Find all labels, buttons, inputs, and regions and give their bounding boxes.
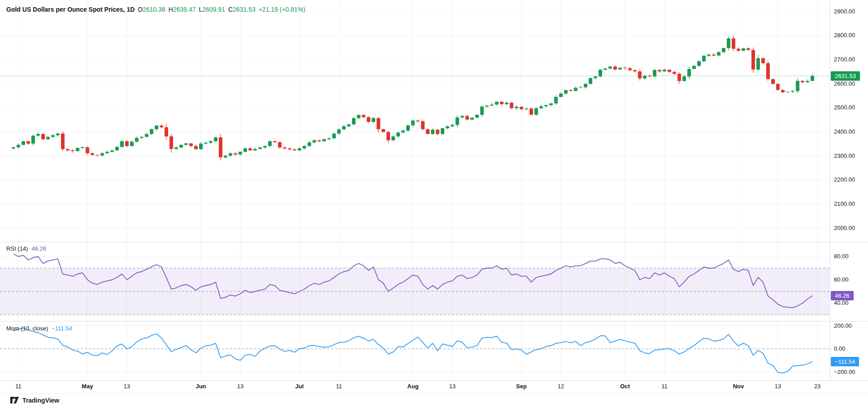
candle-body: [643, 76, 647, 78]
candle-body: [761, 58, 765, 63]
candle-body: [712, 55, 716, 56]
candle-body: [140, 137, 143, 138]
candle-body: [707, 55, 711, 56]
candle-body: [36, 134, 40, 136]
mom-legend[interactable]: Mom (10, close) −111.54: [6, 325, 72, 332]
candle-body: [312, 140, 316, 143]
candle-body: [229, 153, 232, 156]
candle-body: [470, 117, 474, 119]
candle-body: [781, 90, 785, 92]
candle-body: [71, 150, 74, 151]
candle-body: [165, 127, 168, 136]
candle-body: [239, 152, 242, 155]
candle-body: [214, 137, 217, 141]
candle-body: [322, 139, 326, 141]
candle-body: [150, 129, 153, 134]
candle-body: [426, 129, 430, 134]
candle-body: [155, 126, 158, 129]
candle-body: [382, 129, 385, 132]
candle-body: [41, 134, 45, 139]
candle-body: [347, 124, 351, 126]
candle-body: [219, 137, 222, 157]
symbol-title: Gold US Dollars per Ounce Spot Prices, 1…: [6, 6, 135, 13]
candle-body: [199, 143, 203, 149]
rsi-legend[interactable]: RSI (14) 46.26: [6, 245, 46, 252]
candle-body: [633, 70, 637, 72]
candle-body: [677, 74, 681, 81]
candle-body: [298, 148, 301, 150]
candle-body: [406, 126, 410, 131]
candle-body: [362, 115, 365, 117]
candle-body: [692, 66, 696, 69]
candle-body: [396, 133, 400, 137]
candle-body: [480, 107, 484, 115]
candle-body: [12, 147, 15, 148]
candle-body: [613, 67, 617, 69]
candle-body: [722, 48, 725, 52]
candle-body: [460, 116, 464, 117]
candle-body: [751, 50, 755, 69]
price-axis[interactable]: [830, 0, 868, 380]
candle-body: [658, 70, 661, 71]
candle-body: [746, 48, 750, 50]
candle-body: [120, 141, 124, 147]
candle-body: [160, 126, 163, 127]
tradingview-logo[interactable]: TradingView: [10, 396, 59, 404]
ohlc-low: L2609.91: [199, 6, 225, 13]
candle-body: [505, 103, 508, 104]
candle-body: [303, 146, 306, 148]
candle-body: [26, 141, 30, 143]
ohlc-open: O2610.38: [138, 6, 165, 13]
candle-body: [110, 150, 114, 152]
candle-body: [56, 134, 60, 135]
candle-body: [525, 109, 528, 109]
candle-body: [145, 134, 148, 137]
candle-body: [510, 103, 513, 108]
candle-body: [520, 107, 523, 109]
candle-body: [732, 39, 735, 49]
candle-body: [81, 147, 84, 148]
candle-body: [179, 145, 183, 148]
candle-body: [95, 155, 99, 156]
candle-body: [737, 49, 740, 51]
candle-body: [194, 146, 198, 149]
candle-body: [436, 130, 439, 134]
chart-root: 11May13Jun13Jul11Aug13Sep12Oct11Nov13232…: [0, 0, 868, 408]
mom-legend-value: −111.54: [52, 325, 72, 332]
candle-body: [603, 69, 607, 70]
candle-body: [100, 153, 104, 156]
candle-body: [372, 118, 375, 122]
candle-body: [529, 109, 533, 115]
candle-body: [421, 121, 425, 129]
candle-body: [288, 148, 291, 149]
candle-body: [327, 139, 331, 139]
candle-body: [534, 108, 538, 114]
candle-body: [485, 106, 489, 107]
candle-body: [776, 84, 780, 90]
candle-body: [234, 153, 237, 155]
candle-body: [475, 115, 479, 117]
chart-canvas[interactable]: 11May13Jun13Jul11Aug13Sep12Oct11Nov13232…: [0, 0, 868, 408]
candle-body: [189, 143, 193, 146]
candle-body: [801, 81, 804, 82]
candle-body: [278, 142, 282, 148]
candle-body: [564, 90, 568, 94]
candle-body: [682, 77, 686, 81]
candle-body: [86, 147, 89, 153]
candle-body: [342, 126, 346, 130]
candle-body: [357, 115, 360, 118]
time-axis[interactable]: [0, 381, 868, 394]
candle-body: [766, 63, 770, 79]
symbol-legend[interactable]: Gold US Dollars per Ounce Spot Prices, 1…: [6, 6, 305, 13]
candle-body: [184, 143, 188, 145]
candle-body: [697, 61, 701, 66]
candle-body: [515, 107, 518, 108]
candle-body: [574, 88, 577, 91]
candle-body: [702, 56, 706, 61]
candle-body: [377, 118, 380, 129]
candle-body: [31, 136, 35, 144]
candle-body: [253, 149, 257, 150]
candle-body: [653, 70, 656, 76]
candle-body: [76, 148, 79, 151]
candle-body: [589, 78, 592, 84]
